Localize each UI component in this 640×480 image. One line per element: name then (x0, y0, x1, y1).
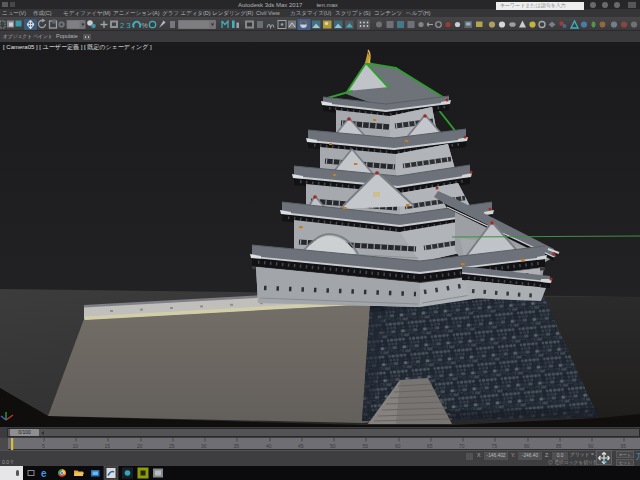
svg-text:2: 2 (120, 21, 124, 30)
svg-text:50: 50 (330, 443, 336, 449)
svg-text:75: 75 (492, 443, 498, 449)
svg-text:5: 5 (42, 443, 45, 449)
svg-text:3: 3 (127, 21, 131, 30)
svg-text:40: 40 (266, 443, 272, 449)
svg-text:30: 30 (201, 443, 207, 449)
svg-text:85: 85 (556, 443, 562, 449)
svg-text:%: % (142, 22, 148, 29)
svg-text:20: 20 (137, 443, 143, 449)
svg-text:95: 95 (621, 443, 627, 449)
svg-text:15: 15 (105, 443, 111, 449)
svg-text:90: 90 (588, 443, 594, 449)
svg-text:e: e (41, 468, 47, 479)
svg-text:70: 70 (459, 443, 465, 449)
svg-text:65: 65 (427, 443, 433, 449)
svg-text:45: 45 (298, 443, 304, 449)
svg-text:25: 25 (169, 443, 175, 449)
svg-text:35: 35 (234, 443, 240, 449)
svg-text:10: 10 (73, 443, 79, 449)
svg-text:60: 60 (395, 443, 401, 449)
svg-text:80: 80 (524, 443, 530, 449)
svg-text:55: 55 (363, 443, 369, 449)
